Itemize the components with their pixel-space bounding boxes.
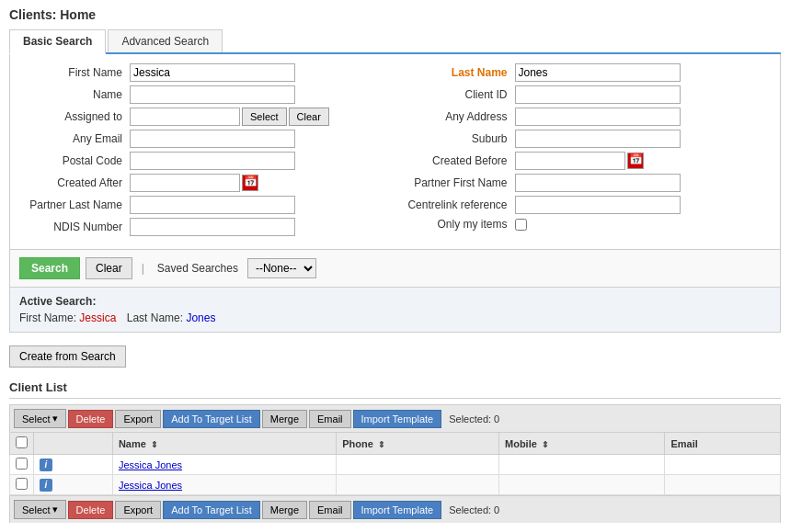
last-name-input[interactable]	[515, 63, 681, 82]
first-name-label: First Name	[19, 66, 130, 79]
form-right-column: Last Name Client ID Any Address Suburb C	[405, 63, 772, 240]
header-name: Name ⇕	[112, 433, 336, 455]
table-row: i Jessica Jones	[10, 475, 781, 495]
row-mobile-cell	[499, 475, 665, 495]
add-to-target-button-top[interactable]: Add To Target List	[163, 410, 260, 428]
row-checkbox[interactable]	[16, 458, 28, 470]
row-info-cell: i	[34, 455, 113, 475]
any-email-input[interactable]	[130, 130, 295, 148]
row-info-cell: i	[34, 475, 113, 495]
first-name-input[interactable]	[130, 63, 295, 82]
export-button-top[interactable]: Export	[115, 410, 161, 428]
partner-first-name-input[interactable]	[515, 174, 681, 192]
created-before-input[interactable]	[515, 152, 625, 170]
add-to-target-button-bottom[interactable]: Add To Target List	[163, 501, 260, 519]
client-list-title: Client List	[9, 380, 781, 399]
centrelink-ref-row: Centrelink reference	[405, 196, 772, 214]
select-label-top: Select	[22, 413, 51, 424]
row-name-cell: Jessica Jones	[112, 455, 336, 475]
divider: |	[142, 262, 144, 275]
email-button-top[interactable]: Email	[309, 410, 351, 428]
any-email-row: Any Email	[19, 130, 386, 148]
tab-advanced-search[interactable]: Advanced Search	[108, 29, 223, 52]
header-info	[34, 433, 113, 455]
row-checkbox-cell	[10, 475, 34, 495]
first-name-search-label: First Name:	[19, 311, 79, 324]
search-panel: First Name Name Assigned to Select Clear	[9, 54, 781, 250]
created-after-calendar-icon[interactable]	[242, 175, 258, 191]
active-search-title: Active Search:	[19, 295, 771, 308]
select-dropdown-button-top[interactable]: Select ▾	[14, 409, 66, 428]
create-from-search-button[interactable]: Create from Search	[9, 345, 126, 368]
suburb-label: Suburb	[405, 132, 515, 145]
partner-last-name-label: Partner Last Name	[19, 198, 130, 211]
suburb-input[interactable]	[515, 130, 681, 148]
active-search-text: First Name: Jessica Last Name: Jones	[19, 311, 771, 324]
merge-button-top[interactable]: Merge	[262, 410, 307, 428]
last-name-search-value: Jones	[186, 311, 215, 324]
select-button[interactable]: Select	[242, 108, 287, 126]
last-name-row: Last Name	[405, 63, 772, 82]
select-chevron-icon-bottom: ▾	[52, 504, 58, 515]
centrelink-ref-input[interactable]	[515, 196, 681, 214]
select-chevron-icon-top: ▾	[52, 413, 58, 424]
client-link[interactable]: Jessica Jones	[119, 480, 182, 491]
import-template-button-bottom[interactable]: Import Template	[353, 501, 442, 519]
last-name-label: Last Name	[405, 66, 515, 79]
row-checkbox-cell	[10, 455, 34, 475]
name-input[interactable]	[130, 85, 295, 104]
selected-count-top: Selected: 0	[449, 413, 499, 424]
only-my-items-checkbox[interactable]	[515, 219, 527, 231]
partner-last-name-input[interactable]	[130, 196, 295, 214]
select-all-checkbox[interactable]	[16, 436, 28, 448]
mobile-sort-icon[interactable]: ⇕	[542, 440, 549, 449]
select-dropdown-button-bottom[interactable]: Select ▾	[14, 500, 66, 519]
delete-button-top[interactable]: Delete	[68, 410, 114, 428]
ndis-number-input[interactable]	[130, 218, 295, 236]
clear-inline-button[interactable]: Clear	[289, 108, 329, 126]
created-before-calendar-icon[interactable]	[627, 153, 644, 169]
first-name-row: First Name	[19, 63, 386, 82]
name-sort-icon[interactable]: ⇕	[151, 440, 158, 449]
row-email-cell	[665, 455, 781, 475]
saved-searches-select[interactable]: --None--	[247, 258, 316, 278]
client-id-input[interactable]	[515, 85, 681, 104]
delete-button-bottom[interactable]: Delete	[68, 501, 114, 519]
any-address-input[interactable]	[515, 108, 681, 126]
row-email-cell	[665, 475, 781, 495]
export-button-bottom[interactable]: Export	[115, 501, 161, 519]
last-name-search-label: Last Name:	[127, 311, 187, 324]
assigned-to-input[interactable]	[130, 108, 240, 126]
ndis-number-row: NDIS Number	[19, 218, 386, 236]
search-tabs: Basic Search Advanced Search	[9, 29, 781, 54]
import-template-button-top[interactable]: Import Template	[353, 410, 442, 428]
active-search-panel: Active Search: First Name: Jessica Last …	[9, 288, 781, 333]
client-list-toolbar-top: Select ▾ Delete Export Add To Target Lis…	[9, 404, 781, 432]
clear-button[interactable]: Clear	[86, 257, 132, 279]
assigned-to-field: Select Clear	[130, 108, 329, 126]
postal-code-input[interactable]	[130, 152, 295, 170]
merge-button-bottom[interactable]: Merge	[262, 501, 307, 519]
client-table-body: i Jessica Jones i	[10, 455, 781, 495]
client-link[interactable]: Jessica Jones	[119, 459, 182, 470]
assigned-to-row: Assigned to Select Clear	[19, 108, 386, 126]
created-after-input[interactable]	[130, 174, 240, 192]
created-before-label: Created Before	[405, 154, 515, 167]
only-my-items-label: Only my items	[405, 218, 515, 231]
header-phone: Phone ⇕	[337, 433, 499, 455]
any-address-row: Any Address	[405, 108, 772, 126]
partner-first-name-row: Partner First Name	[405, 174, 772, 192]
client-table: Name ⇕ Phone ⇕ Mobile ⇕ Email	[9, 432, 781, 495]
row-phone-cell	[337, 455, 499, 475]
info-button[interactable]: i	[40, 458, 52, 471]
created-after-row: Created After	[19, 174, 386, 192]
row-mobile-cell	[499, 455, 665, 475]
tab-basic-search[interactable]: Basic Search	[9, 29, 106, 54]
email-button-bottom[interactable]: Email	[309, 501, 351, 519]
search-button[interactable]: Search	[19, 257, 80, 279]
only-my-items-row: Only my items	[405, 218, 772, 231]
row-checkbox[interactable]	[16, 478, 28, 490]
info-button[interactable]: i	[40, 479, 52, 492]
selected-count-bottom: Selected: 0	[449, 504, 499, 515]
phone-sort-icon[interactable]: ⇕	[378, 440, 385, 449]
